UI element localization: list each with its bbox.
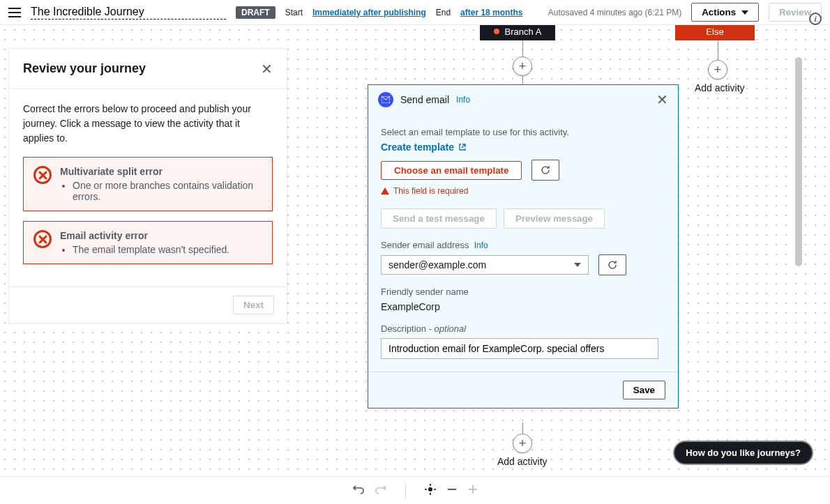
review-panel: Review your journey ✕ Correct the errors… [8, 48, 287, 323]
canvas-toolbar [0, 476, 830, 504]
center-icon[interactable] [424, 483, 437, 498]
info-link[interactable]: Info [456, 95, 470, 105]
friendly-name-label: Friendly sender name [381, 287, 665, 297]
info-link[interactable]: Info [474, 240, 488, 250]
error-title: Multivariate split error [60, 166, 262, 177]
chevron-down-icon [741, 10, 748, 15]
next-button[interactable]: Next [233, 296, 274, 314]
error-detail: One or more branches contains validation… [73, 180, 262, 202]
zoom-out-icon[interactable] [446, 484, 458, 497]
external-link-icon [458, 143, 467, 151]
menu-icon[interactable] [8, 8, 21, 17]
warning-icon [381, 188, 389, 194]
connector-line [718, 40, 718, 61]
info-icon[interactable]: i [809, 13, 822, 25]
journey-title-wrap [31, 6, 226, 20]
create-template-link[interactable]: Create template [381, 142, 467, 153]
email-panel-title: Send email [400, 94, 449, 105]
actions-label: Actions [702, 7, 736, 17]
branch-dot-icon [494, 29, 499, 34]
refresh-template-button[interactable] [531, 160, 559, 181]
send-test-button[interactable]: Send a test message [381, 208, 497, 229]
sender-email-select[interactable]: sender@example.com [381, 255, 589, 275]
choose-template-button[interactable]: Choose an email template [381, 161, 522, 180]
select-template-text: Select an email template to use for this… [381, 127, 665, 137]
close-icon[interactable]: ✕ [261, 62, 273, 76]
add-node-button[interactable]: + [513, 434, 532, 453]
undo-icon[interactable] [352, 483, 365, 498]
error-card-email[interactable]: Email activity error The email template … [23, 221, 273, 264]
end-label: End [436, 8, 451, 17]
description-input[interactable] [381, 338, 658, 359]
vertical-scrollbar[interactable] [795, 50, 802, 420]
add-node-button[interactable]: + [513, 56, 532, 76]
refresh-icon [540, 165, 551, 176]
branch-else-node[interactable]: Else [675, 25, 755, 40]
branch-a-label: Branch A [505, 26, 542, 37]
app-header: DRAFT Start Immediately after publishing… [0, 0, 830, 25]
add-node-button[interactable]: + [708, 60, 727, 79]
zoom-in-icon [467, 484, 478, 497]
error-card-multivariate[interactable]: Multivariate split error One or more bra… [23, 157, 273, 211]
redo-icon [375, 483, 387, 498]
start-link[interactable]: Immediately after publishing [312, 8, 426, 17]
feedback-pill[interactable]: How do you like journeys? [673, 441, 813, 465]
friendly-name-value: ExampleCorp [381, 301, 665, 312]
preview-button[interactable]: Preview message [504, 208, 605, 229]
close-icon[interactable]: ✕ [656, 93, 668, 107]
send-email-panel: Send email Info ✕ Select an email templa… [368, 84, 679, 408]
save-button[interactable]: Save [623, 381, 665, 399]
journey-title-input[interactable] [31, 6, 226, 18]
error-detail: The email template wasn't specified. [73, 244, 229, 255]
error-title: Email activity error [60, 230, 229, 241]
sender-email-value: sender@example.com [388, 259, 486, 270]
end-link[interactable]: after 18 months [460, 8, 522, 17]
add-activity-label: Add activity [695, 82, 745, 93]
actions-button[interactable]: Actions [691, 3, 759, 22]
email-icon [378, 92, 393, 107]
journey-canvas[interactable]: Review your journey ✕ Correct the errors… [0, 25, 830, 476]
sender-label: Sender email address Info [381, 240, 665, 250]
error-icon [33, 166, 52, 184]
review-panel-title: Review your journey [23, 61, 261, 76]
start-label: Start [285, 8, 303, 17]
field-error: This field is required [381, 186, 665, 196]
connector-line [522, 76, 523, 84]
status-badge: DRAFT [236, 6, 276, 19]
branch-a-node[interactable]: Branch A [480, 25, 555, 40]
description-label: Description - optional [381, 323, 665, 334]
autosave-text: Autosaved 4 minutes ago (6:21 PM) [548, 8, 681, 17]
chevron-down-icon [574, 263, 581, 267]
add-activity-label: Add activity [497, 456, 548, 467]
refresh-icon [607, 259, 618, 270]
review-intro: Correct the errors below to proceed and … [23, 102, 273, 146]
refresh-sender-button[interactable] [598, 254, 626, 275]
error-icon [33, 230, 52, 248]
svg-point-1 [428, 487, 432, 491]
